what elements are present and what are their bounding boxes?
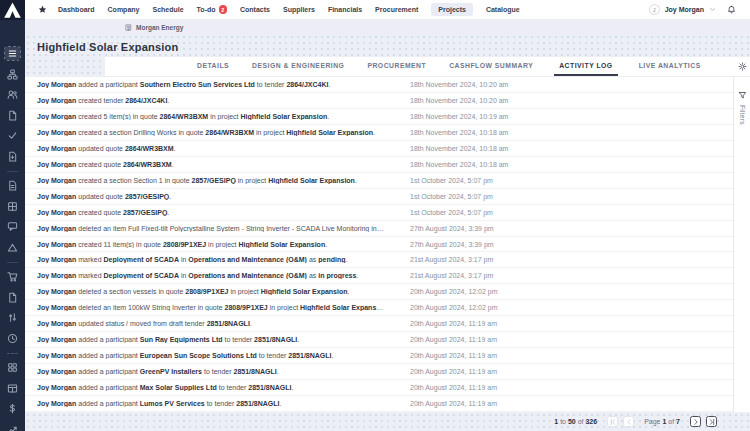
- sidebar-cart-icon[interactable]: [5, 270, 20, 283]
- sidebar-mountain-icon[interactable]: [5, 241, 20, 254]
- pagination: 1 to 50 of 326 Page 1 of 7: [25, 412, 750, 431]
- first-page-button[interactable]: [607, 416, 618, 427]
- tab-bar: DETAILSDESIGN & ENGINEERINGPROCUREMENTCA…: [105, 57, 750, 77]
- activity-log-row: Joy Morgan updated quote 2864/WR3BXM.18t…: [25, 141, 733, 157]
- activity-message: Joy Morgan added a participant Max Solar…: [37, 384, 385, 391]
- nav-item-financials[interactable]: Financials: [328, 3, 362, 16]
- activity-message: Joy Morgan marked Deployment of SCADA in…: [37, 272, 385, 279]
- breadcrumb-company[interactable]: Morgan Energy: [136, 24, 183, 31]
- pager-buttons-right: [690, 416, 717, 427]
- sidebar-check-icon[interactable]: [5, 129, 20, 142]
- activity-timestamp: 27th August 2024, 3:39 pm: [410, 225, 494, 232]
- tab-settings-gear-icon[interactable]: [738, 57, 747, 76]
- activity-log-row: Joy Morgan deleted an item Full Fixed-ti…: [25, 221, 733, 237]
- nav-item-label: Financials: [328, 6, 362, 13]
- nav-item-label: Contacts: [240, 6, 270, 13]
- tab-activity-log[interactable]: ACTIVITY LOG: [554, 57, 617, 76]
- nav-item-label: To-do: [197, 6, 216, 13]
- user-menu[interactable]: J Joy Morgan: [649, 4, 716, 15]
- activity-message: Joy Morgan deleted an item Full Fixed-ti…: [37, 225, 385, 232]
- activity-log-row: Joy Morgan added a participant European …: [25, 348, 733, 364]
- sidebar-chat-icon[interactable]: [5, 220, 20, 233]
- activity-timestamp: 18th November 2024, 10:20 am: [410, 97, 508, 104]
- filters-rail[interactable]: Filters: [733, 77, 750, 412]
- activity-message: Joy Morgan marked Deployment of SCADA in…: [37, 256, 385, 263]
- nav-item-company[interactable]: Company: [108, 3, 140, 16]
- activity-message: Joy Morgan added a participant Southern …: [37, 81, 385, 88]
- nav-item-catalogue[interactable]: Catalogue: [486, 3, 520, 16]
- activity-message: Joy Morgan added a participant Lumos PV …: [37, 400, 385, 407]
- sidebar-file-icon[interactable]: [5, 291, 20, 304]
- sidebar-trend-icon[interactable]: [5, 423, 20, 431]
- nav-item-schedule[interactable]: Schedule: [152, 3, 183, 16]
- activity-log-row: Joy Morgan updated quote 2857/GESIPQ.1st…: [25, 189, 733, 205]
- nav-item-projects[interactable]: Projects: [431, 3, 473, 16]
- nav-item-contacts[interactable]: Contacts: [240, 3, 270, 16]
- activity-timestamp: 20th August 2024, 11:19 am: [410, 352, 497, 359]
- nav-item-suppliers[interactable]: Suppliers: [283, 3, 315, 16]
- activity-message: Joy Morgan deleted a section vessels in …: [37, 288, 385, 295]
- chevron-down-icon: [709, 6, 716, 13]
- tab-cashflow-summary[interactable]: CASHFLOW SUMMARY: [447, 57, 535, 76]
- sidebar-transfer-icon[interactable]: [5, 311, 20, 324]
- sidebar-clock-icon[interactable]: [5, 332, 20, 345]
- activity-timestamp: 18th November 2024, 10:20 am: [410, 81, 508, 88]
- user-name: Joy Morgan: [665, 6, 704, 13]
- activity-message: Joy Morgan updated quote 2857/GESIPQ.: [37, 193, 385, 200]
- nav-item-dashboard[interactable]: Dashboard: [58, 3, 95, 16]
- activity-timestamp: 1st October 2024, 5:07 pm: [410, 177, 493, 184]
- tab-procurement[interactable]: PROCUREMENT: [365, 57, 428, 76]
- favorites-star-icon[interactable]: [38, 5, 47, 14]
- activity-timestamp: 20th August 2024, 11:19 am: [410, 384, 497, 391]
- next-page-button[interactable]: [690, 416, 701, 427]
- app-logo-icon[interactable]: [0, 0, 25, 20]
- previous-page-button[interactable]: [623, 416, 634, 427]
- sidebar-workflow-icon[interactable]: [5, 68, 20, 81]
- activity-message: Joy Morgan created quote 2864/WR3BXM.: [37, 161, 385, 168]
- activity-log-row: Joy Morgan updated status / moved from d…: [25, 316, 733, 332]
- activity-log-table: Joy Morgan added a participant Southern …: [25, 77, 733, 412]
- activity-timestamp: 27th August 2024, 3:39 pm: [410, 241, 494, 248]
- filters-rail-label: Filters: [739, 105, 746, 125]
- nav-item-to-do[interactable]: To-do2: [197, 2, 227, 17]
- last-page-button[interactable]: [706, 416, 717, 427]
- activity-message: Joy Morgan created tender 2864/JXC4KI.: [37, 97, 385, 104]
- activity-timestamp: 20th August 2024, 12:02 pm: [410, 288, 498, 295]
- sidebar-file-plus-icon[interactable]: [5, 150, 20, 163]
- sidebar-file-icon[interactable]: [5, 109, 20, 122]
- nav-item-label: Catalogue: [486, 6, 520, 13]
- activity-log-row: Joy Morgan created a section Section 1 i…: [25, 173, 733, 189]
- content-area: Highfield Solar Expansion DETAILSDESIGN …: [25, 34, 750, 431]
- activity-message: Joy Morgan added a participant Sun Ray E…: [37, 336, 385, 343]
- activity-message: Joy Morgan created a section Section 1 i…: [37, 177, 385, 184]
- notifications-bell-icon[interactable]: [727, 5, 736, 14]
- activity-timestamp: 20th August 2024, 12:02 pm: [410, 304, 498, 311]
- activity-message: Joy Morgan created a section Drilling Wo…: [37, 129, 385, 136]
- activity-timestamp: 20th August 2024, 11:19 am: [410, 368, 497, 375]
- sidebar-list-icon[interactable]: [5, 47, 20, 60]
- pager-buttons: [607, 416, 634, 427]
- sidebar-dashboard-icon[interactable]: [5, 361, 20, 374]
- todo-count-badge: 2: [219, 5, 228, 14]
- sidebar-table-icon[interactable]: [5, 382, 20, 395]
- sidebar: [0, 0, 25, 431]
- activity-log-row: Joy Morgan added a participant Max Solar…: [25, 380, 733, 396]
- sidebar-grid-icon[interactable]: [5, 200, 20, 213]
- nav-item-procurement[interactable]: Procurement: [375, 3, 418, 16]
- activity-message: Joy Morgan updated quote 2864/WR3BXM.: [37, 145, 385, 152]
- sidebar-file-text-icon[interactable]: [5, 179, 20, 192]
- nav-item-label: Procurement: [375, 6, 418, 13]
- sidebar-divider: [7, 262, 18, 263]
- activity-log-row: Joy Morgan added a participant GreenPV I…: [25, 364, 733, 380]
- activity-timestamp: 18th November 2024, 10:18 am: [410, 129, 508, 136]
- sidebar-users-icon[interactable]: [5, 88, 20, 101]
- sidebar-dollar-icon[interactable]: [5, 402, 20, 415]
- tab-details[interactable]: DETAILS: [195, 57, 231, 76]
- activity-log-row: Joy Morgan added a participant Southern …: [25, 77, 733, 93]
- activity-timestamp: 20th August 2024, 11:19 am: [410, 400, 497, 407]
- app-window: DashboardCompanyScheduleTo-do2ContactsSu…: [0, 0, 750, 431]
- activity-log-row: Joy Morgan created a section Drilling Wo…: [25, 125, 733, 141]
- tab-live-analytics[interactable]: LIVE ANALYTICS: [637, 57, 703, 76]
- tab-design-engineering[interactable]: DESIGN & ENGINEERING: [250, 57, 346, 76]
- activity-message: Joy Morgan created 5 item(s) in quote 28…: [37, 113, 385, 120]
